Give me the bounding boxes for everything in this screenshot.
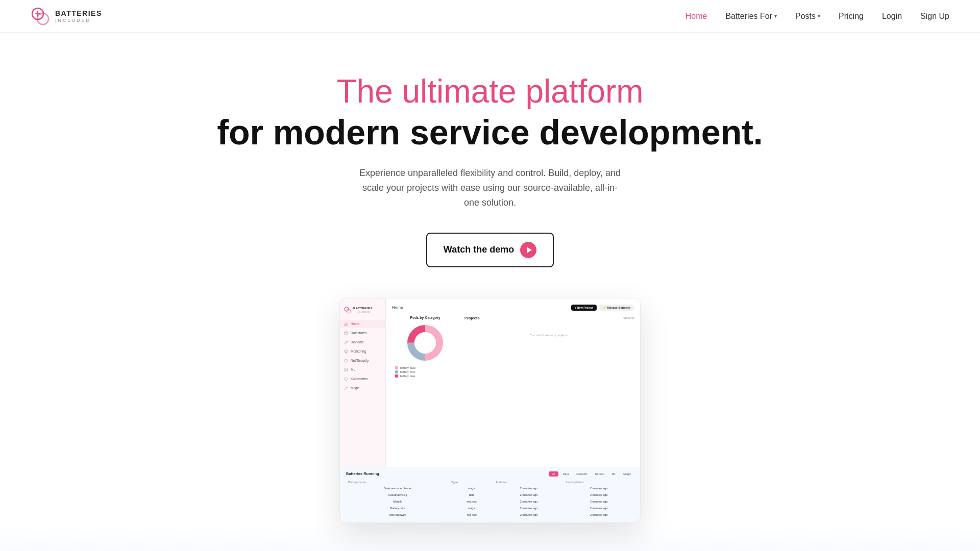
legend-item-data: battery-data — [395, 374, 455, 378]
nav-link-batteries-for[interactable]: Batteries For ▾ — [725, 12, 777, 21]
legend-item-base: battery-base — [395, 366, 455, 369]
dash-nav-label: Net/Security — [351, 359, 369, 362]
table-row: Metallb net_sec 2 minutes ago 2 minutes … — [346, 498, 634, 505]
nav-item-signup[interactable]: Sign Up — [920, 12, 949, 21]
donut-chart — [392, 322, 458, 363]
batteries-header: Batteries Running All Data Devtools NetS… — [346, 471, 634, 477]
hero-section: The ultimate platform for modern service… — [0, 33, 980, 523]
projects-panel: Projects View All You don't have any pro… — [464, 316, 634, 378]
chart-panel: Pods by Category — [392, 316, 458, 378]
dash-nav-label: Kubernetes — [351, 377, 368, 381]
hero-subtitle: Experience unparalleled flexibility and … — [357, 166, 623, 210]
svg-point-7 — [345, 368, 346, 369]
col-installed: Installed — [494, 480, 564, 485]
database-icon — [344, 331, 348, 335]
hero-title-pink: The ultimate platform — [336, 73, 643, 109]
chart-title: Pods by Category — [392, 316, 458, 319]
cell-type: net_sec — [449, 511, 494, 518]
filter-netsec[interactable]: NetSec — [592, 471, 607, 477]
tools-icon — [344, 340, 348, 344]
monitoring-icon — [344, 349, 348, 354]
new-project-button[interactable]: + New Project — [571, 305, 597, 311]
dash-logo-icon — [344, 307, 351, 314]
cell-updated: 2 minutes ago — [564, 505, 634, 511]
dash-nav-home[interactable]: Home — [340, 320, 385, 328]
dash-nav-ml[interactable]: ML — [340, 366, 385, 374]
table-row: Battery core magic 2 minutes ago 2 minut… — [346, 505, 634, 511]
legend-item-core: battery-core — [395, 370, 455, 373]
nav-link-signup[interactable]: Sign Up — [920, 12, 949, 21]
brand-name: BATTERIES — [55, 9, 102, 18]
dash-body: Pods by Category — [392, 316, 634, 378]
svg-point-11 — [346, 388, 346, 388]
dash-logo: BATTERIESINCLUDED — [340, 305, 385, 319]
no-projects-message: You don't have any projects. — [464, 323, 634, 347]
col-type: Type — [449, 480, 494, 485]
cell-installed: 2 minutes ago — [494, 505, 564, 511]
table-row: Cloudnative.pg data 2 minutes ago 2 minu… — [346, 491, 634, 498]
cell-name: Istio gateway — [346, 511, 449, 518]
kubernetes-icon — [344, 377, 348, 381]
projects-header: Projects View All — [464, 316, 634, 320]
cell-updated: 2 minutes ago — [564, 511, 634, 518]
cta-label: Watch the demo — [444, 244, 514, 255]
legend-color-data — [395, 374, 398, 378]
cell-type: magic — [449, 485, 494, 491]
dash-top-header: Home + New Project ⚡ Manage Batteries — [392, 305, 634, 311]
filter-devtools[interactable]: Devtools — [573, 471, 590, 477]
nav-link-login[interactable]: Login — [882, 12, 902, 21]
table-row: Istio gateway net_sec 2 minutes ago 2 mi… — [346, 511, 634, 518]
svg-point-8 — [347, 368, 348, 369]
donut-chart-svg — [405, 322, 446, 363]
bottom-gradient — [0, 523, 980, 551]
cell-type: magic — [449, 505, 494, 511]
legend-color-core — [395, 370, 398, 373]
nav-link-pricing[interactable]: Pricing — [839, 12, 864, 21]
filter-data[interactable]: Data — [560, 471, 572, 477]
table-row: Stale resource cleaner magic 2 minutes a… — [346, 485, 634, 491]
dash-page-title: Home — [392, 305, 403, 310]
cell-updated: 2 minutes ago — [564, 491, 634, 498]
watch-demo-button[interactable]: Watch the demo — [426, 233, 554, 267]
nav-item-pricing[interactable]: Pricing — [839, 12, 864, 21]
dash-nav-devtools[interactable]: Devtools — [340, 338, 385, 346]
dash-nav-label: Devtools — [351, 340, 363, 344]
svg-point-10 — [347, 370, 348, 371]
dash-nav-monitoring[interactable]: Monitoring — [340, 347, 385, 356]
logo[interactable]: BATTERIES INCLUDED — [31, 7, 102, 26]
dash-nav-netsecurity[interactable]: Net/Security — [340, 357, 385, 365]
cell-name: Cloudnative.pg — [346, 491, 449, 498]
dash-nav-label: Datastores — [351, 331, 366, 335]
nav-item-batteries-for[interactable]: Batteries For ▾ — [725, 12, 777, 21]
legend-color-base — [395, 366, 398, 369]
filter-magic[interactable]: Magic — [620, 471, 634, 477]
legend-label-data: battery-data — [400, 374, 415, 378]
nav-item-posts[interactable]: Posts ▾ — [795, 12, 820, 21]
cell-installed: 2 minutes ago — [494, 485, 564, 491]
chevron-down-icon: ▾ — [818, 13, 820, 19]
dash-nav-datastores[interactable]: Datastores — [340, 329, 385, 337]
nav-item-home[interactable]: Home — [685, 12, 707, 21]
filter-all[interactable]: All — [549, 471, 558, 477]
projects-title: Projects — [464, 316, 480, 320]
svg-point-15 — [414, 332, 436, 354]
svg-point-9 — [345, 370, 346, 371]
dash-logo-text: BATTERIESINCLUDED — [353, 307, 373, 314]
cell-name: Battery core — [346, 505, 449, 511]
cell-type: net_sec — [449, 498, 494, 505]
magic-icon — [344, 386, 348, 390]
dash-nav-magic[interactable]: Magic — [340, 384, 385, 392]
svg-rect-5 — [345, 350, 348, 352]
nav-link-home[interactable]: Home — [685, 12, 707, 21]
chevron-down-icon: ▾ — [774, 13, 777, 19]
svg-point-4 — [345, 332, 348, 333]
dash-btn-group: + New Project ⚡ Manage Batteries — [571, 305, 634, 311]
nav-item-login[interactable]: Login — [882, 12, 902, 21]
nav-link-posts[interactable]: Posts ▾ — [795, 12, 820, 21]
view-all-link[interactable]: View All — [623, 316, 634, 319]
manage-batteries-button[interactable]: ⚡ Manage Batteries — [599, 305, 634, 311]
filter-ml[interactable]: ML — [609, 471, 619, 477]
dash-nav-kubernetes[interactable]: Kubernetes — [340, 375, 385, 383]
dash-sidebar: BATTERIESINCLUDED Home Datastores Devtoo… — [340, 298, 386, 467]
legend-label-core: battery-core — [400, 370, 415, 373]
